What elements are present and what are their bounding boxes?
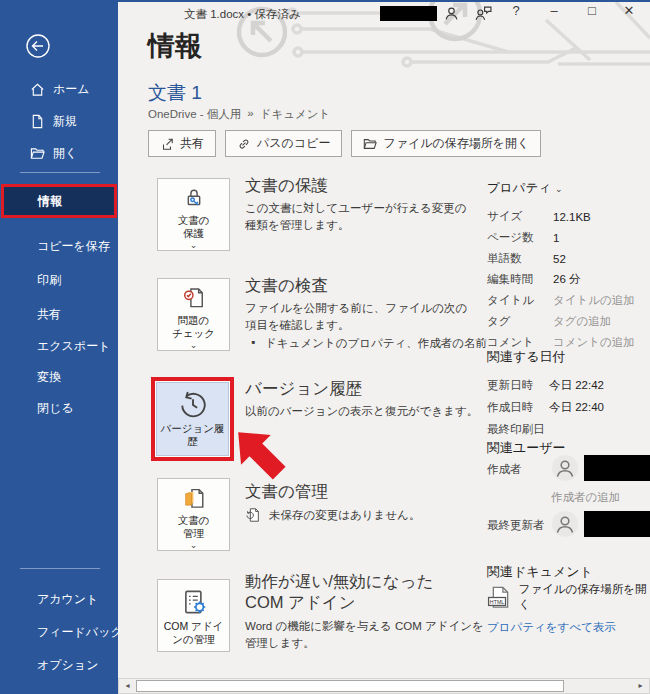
property-label: ページ数	[487, 230, 553, 245]
section-description: Word の機能に影響を与える COM アドインを管理します。	[245, 618, 487, 653]
sidebar-item-transform[interactable]: 変換	[0, 364, 118, 390]
related-people-section: 関連ユーザー 作成者 作成者の追加 最終更新者	[487, 438, 650, 562]
sidebar-item-label: 新規	[53, 113, 77, 130]
related-documents-section: 関連ドキュメント HTML ファイルの保存場所を開く プロパティをすべて表示	[487, 562, 650, 642]
sidebar-item-new[interactable]: 新規	[0, 108, 118, 134]
property-label: 単語数	[487, 251, 553, 266]
property-value: 52	[553, 253, 566, 265]
back-arrow-icon	[24, 32, 52, 60]
section-description: この文書に対してユーザーが行える変更の種類を管理します。	[245, 200, 473, 235]
button-label: ファイルの保存場所を開く	[383, 135, 529, 152]
properties-heading[interactable]: プロパティ	[487, 180, 551, 197]
copy-path-button[interactable]: パスのコピー	[225, 130, 342, 157]
add-author-placeholder[interactable]: 作成者の追加	[551, 490, 620, 505]
date-value: 今日 22:40	[549, 400, 604, 415]
open-file-location-button[interactable]: ファイルの保存場所を開く	[351, 130, 541, 157]
show-all-properties-link[interactable]: プロパティをすべて表示	[487, 620, 616, 635]
red-annotation-arrow	[222, 412, 298, 494]
document-title: 文書 1	[148, 80, 202, 106]
maximize-button[interactable]: □	[582, 3, 602, 18]
property-row: タイトル タイトルの追加	[487, 290, 650, 311]
sidebar-item-export[interactable]: エクスポート	[0, 333, 118, 359]
button-label: パスのコピー	[257, 135, 330, 152]
check-for-issues-tile[interactable]: 問題の チェック ⌄	[157, 278, 230, 351]
link-icon	[237, 137, 251, 151]
sidebar-item-info-selected[interactable]: 情報	[1, 184, 117, 218]
action-buttons-row: 共有 パスのコピー ファイルの保存場所を開く	[148, 130, 541, 157]
sidebar-divider	[20, 568, 100, 569]
person-chat-icon	[474, 5, 492, 22]
svg-text:HTML: HTML	[490, 598, 504, 604]
related-people-heading: 関連ユーザー	[487, 440, 566, 455]
date-label: 作成日時	[487, 400, 549, 415]
date-value: 今日 22:42	[549, 378, 604, 393]
date-row: 作成日時 今日 22:40	[487, 396, 650, 418]
share-icon	[160, 137, 174, 151]
sidebar-item-options[interactable]: オプション	[0, 652, 118, 678]
property-row: 単語数 52	[487, 248, 650, 269]
open-file-location-link[interactable]: HTML ファイルの保存場所を開く	[487, 582, 650, 612]
link-label: ファイルの保存場所を開く	[518, 582, 650, 612]
lock-key-icon	[179, 186, 209, 211]
last-modified-avatar	[551, 510, 579, 538]
sidebar-item-open[interactable]: 開く	[0, 140, 118, 166]
back-button[interactable]	[24, 32, 52, 60]
scroll-right-arrow[interactable]: ▸	[634, 680, 647, 692]
section-heading: バージョン履歴	[245, 378, 362, 399]
home-icon	[30, 82, 45, 97]
sidebar-item-share[interactable]: 共有	[0, 301, 118, 327]
close-button[interactable]: ✕	[619, 3, 639, 18]
clipboard-gear-icon	[179, 587, 209, 617]
breadcrumb-folder: ドキュメント	[260, 107, 331, 122]
property-value: 12.1KB	[553, 211, 591, 223]
properties-section: プロパティ ⌄ サイズ 12.1KB ページ数 1 単語数 52	[487, 180, 650, 353]
scrollbar-thumb[interactable]	[136, 680, 564, 692]
sidebar-divider	[20, 172, 100, 173]
breadcrumb: OneDrive - 個人用 » ドキュメント	[148, 107, 330, 122]
date-label: 最終印刷日	[487, 422, 549, 437]
manage-document-tile[interactable]: 文書の 管理 ⌄	[157, 478, 230, 551]
protect-document-tile[interactable]: 文書の 保護 ⌄	[157, 178, 230, 251]
sidebar-item-label: アカウント	[37, 591, 98, 608]
share-button[interactable]: 共有	[148, 130, 216, 157]
com-addins-tile[interactable]: COM アドイ ンの管理	[157, 579, 230, 652]
add-tag-placeholder[interactable]: タグの追加	[553, 314, 611, 329]
last-modified-by-label: 最終更新者	[487, 518, 545, 533]
sidebar-item-print[interactable]: 印刷	[0, 267, 118, 293]
property-label: タグ	[487, 314, 553, 329]
version-history-tile[interactable]: バージョン履 歴	[156, 382, 229, 456]
sidebar-item-close[interactable]: 閉じる	[0, 395, 118, 421]
section-heading: 文書の保護	[245, 175, 328, 196]
tile-label: 文書の 管理	[178, 514, 210, 540]
inspect-bullet-item: ▪ ドキュメントのプロパティ、作成者の名前	[251, 336, 487, 351]
sidebar-item-feedback[interactable]: フィードバック	[0, 619, 118, 645]
sidebar-item-account[interactable]: アカウント	[0, 586, 118, 612]
sidebar-item-label: 共有	[37, 306, 61, 323]
property-value: 1	[553, 232, 559, 244]
button-label: 共有	[180, 135, 204, 152]
sidebar-item-label: 閉じる	[37, 400, 74, 417]
window-top-border	[118, 0, 650, 2]
scroll-left-arrow[interactable]: ◂	[121, 680, 134, 692]
html-document-icon: HTML	[487, 584, 512, 611]
user-account-button[interactable]	[443, 5, 460, 22]
related-dates-heading: 関連する日付	[487, 349, 566, 364]
section-heading: 文書の検査	[245, 275, 328, 296]
sidebar-item-label: フィードバック	[37, 624, 123, 641]
word-backstage-info-page: ホーム 新規 開く 情報 コピーを保存 印刷 共有	[0, 0, 650, 694]
breadcrumb-location: OneDrive - 個人用	[148, 107, 241, 122]
sidebar-item-home[interactable]: ホーム	[0, 76, 118, 102]
tile-label: COM アドイ ンの管理	[164, 620, 224, 646]
horizontal-scrollbar[interactable]: ◂ ▸	[118, 678, 650, 694]
sidebar-item-label: ホーム	[53, 81, 90, 98]
sidebar-item-save-copy[interactable]: コピーを保存	[0, 233, 118, 259]
property-label: 編集時間	[487, 272, 553, 287]
help-button[interactable]: ?	[506, 3, 526, 18]
chevron-down-icon: ⌄	[190, 540, 198, 550]
minimize-button[interactable]: –	[544, 3, 564, 18]
breadcrumb-separator: »	[247, 107, 253, 122]
add-title-placeholder[interactable]: タイトルの追加	[553, 293, 635, 308]
sidebar-item-label: コピーを保存	[37, 238, 110, 255]
share-people-button[interactable]	[474, 5, 492, 22]
chevron-down-icon: ⌄	[190, 340, 198, 350]
